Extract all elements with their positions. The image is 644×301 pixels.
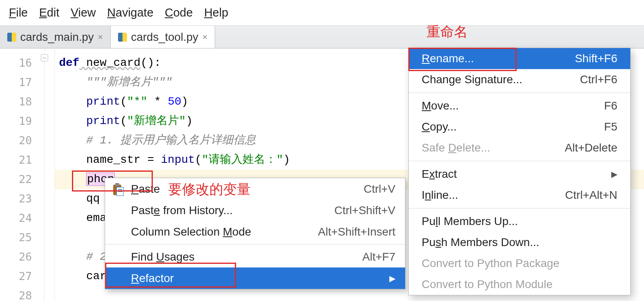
chevron-right-icon: ▶: [389, 274, 395, 283]
menu-label: Convert to Python Package: [422, 257, 560, 270]
submenu-safe-delete: Safe Delete... Alt+Delete: [409, 137, 630, 158]
shortcut: Alt+Shift+Insert: [318, 225, 395, 238]
context-menu-paste[interactable]: Paste Ctrl+V: [105, 178, 405, 200]
line-number: 19: [0, 112, 32, 131]
tab-cards-main[interactable]: cards_main.py ×: [0, 26, 111, 48]
menu-file[interactable]: File: [9, 6, 28, 19]
paste-icon: [113, 183, 124, 195]
submenu-rename[interactable]: Rename... Shift+F6: [409, 48, 630, 69]
line-number: 18: [0, 92, 32, 112]
submenu-pull-members-up[interactable]: Pull Members Up...: [409, 211, 630, 232]
submenu-inline[interactable]: Inline... Ctrl+Alt+N: [409, 185, 630, 206]
context-menu: Paste Ctrl+V Paste from History... Ctrl+…: [105, 178, 405, 289]
shortcut: Ctrl+F6: [580, 73, 617, 86]
menu-view[interactable]: View: [71, 6, 96, 19]
menu-label: Refactor: [131, 272, 174, 285]
menu-label: Pull Members Up...: [422, 215, 518, 228]
editor-tab-bar: cards_main.py × cards_tool.py ×: [0, 26, 644, 48]
menu-code[interactable]: Code: [165, 6, 193, 19]
submenu-convert-module: Convert to Python Module: [409, 274, 630, 295]
menu-label: Move...: [422, 99, 459, 112]
close-icon[interactable]: ×: [203, 32, 208, 42]
line-number: 16: [0, 53, 32, 73]
line-gutter: 16 17 18 19 20 21 22 23 24 25 26 27 28: [0, 48, 44, 301]
tab-cards-tool[interactable]: cards_tool.py ×: [111, 26, 215, 48]
shortcut: F5: [604, 120, 617, 133]
chevron-right-icon: ▶: [611, 169, 617, 179]
line-number: 27: [0, 267, 32, 286]
python-file-icon: [118, 33, 127, 42]
python-file-icon: [7, 33, 16, 42]
fold-toggle-icon[interactable]: –: [41, 54, 48, 61]
menu-separator: [409, 93, 630, 93]
context-menu-paste-history[interactable]: Paste from History... Ctrl+Shift+V: [105, 200, 405, 221]
refactor-submenu: Rename... Shift+F6 Change Signature... C…: [408, 48, 631, 295]
menu-label: Inline...: [422, 189, 458, 202]
submenu-change-signature[interactable]: Change Signature... Ctrl+F6: [409, 69, 630, 90]
menu-label: Safe Delete...: [422, 141, 490, 154]
context-menu-find-usages[interactable]: Find Usages Alt+F7: [105, 246, 405, 267]
line-number: 21: [0, 150, 32, 170]
tab-label: cards_tool.py: [131, 31, 198, 44]
close-icon[interactable]: ×: [98, 32, 103, 42]
menu-separator: [409, 208, 630, 208]
submenu-copy[interactable]: Copy... F5: [409, 116, 630, 137]
context-menu-refactor[interactable]: Refactor ▶: [105, 267, 405, 289]
menu-label: Convert to Python Module: [422, 278, 553, 291]
menu-label: Paste from History...: [131, 204, 233, 217]
menu-label: Rename...: [422, 52, 474, 65]
line-number: 24: [0, 208, 32, 228]
menu-label: Column Selection Mode: [131, 225, 251, 238]
menu-separator: [409, 161, 630, 161]
shortcut: Alt+F7: [362, 250, 395, 263]
line-number: 23: [0, 189, 32, 208]
shortcut: F6: [604, 99, 617, 112]
fold-column: –: [44, 48, 55, 301]
menu-bar: File Edit View Navigate Code Help: [0, 0, 644, 26]
shortcut: Ctrl+Shift+V: [334, 204, 395, 217]
shortcut: Alt+Delete: [565, 141, 617, 154]
line-number: 20: [0, 131, 32, 150]
submenu-move[interactable]: Move... F6: [409, 95, 630, 116]
shortcut: Shift+F6: [575, 52, 617, 65]
line-number: 22: [0, 170, 32, 189]
menu-help[interactable]: Help: [204, 6, 228, 19]
context-menu-column-selection[interactable]: Column Selection Mode Alt+Shift+Insert: [105, 221, 405, 242]
menu-label: Extract: [422, 168, 457, 181]
menu-label: Copy...: [422, 120, 457, 133]
line-number: 17: [0, 73, 32, 92]
line-number: 28: [0, 286, 32, 301]
tab-label: cards_main.py: [20, 31, 94, 44]
line-number: 25: [0, 228, 32, 247]
menu-label: Push Members Down...: [422, 236, 539, 249]
menu-navigate[interactable]: Navigate: [107, 6, 153, 19]
menu-label: Find Usages: [131, 250, 194, 263]
submenu-push-members-down[interactable]: Push Members Down...: [409, 232, 630, 253]
shortcut: Ctrl+Alt+N: [565, 189, 617, 202]
menu-edit[interactable]: Edit: [39, 6, 59, 19]
menu-label: Change Signature...: [422, 73, 522, 86]
menu-separator: [105, 244, 405, 244]
menu-label: Paste: [131, 183, 160, 196]
submenu-extract[interactable]: Extract ▶: [409, 164, 630, 185]
shortcut: Ctrl+V: [363, 183, 395, 196]
submenu-convert-package: Convert to Python Package: [409, 253, 630, 274]
line-number: 26: [0, 247, 32, 267]
